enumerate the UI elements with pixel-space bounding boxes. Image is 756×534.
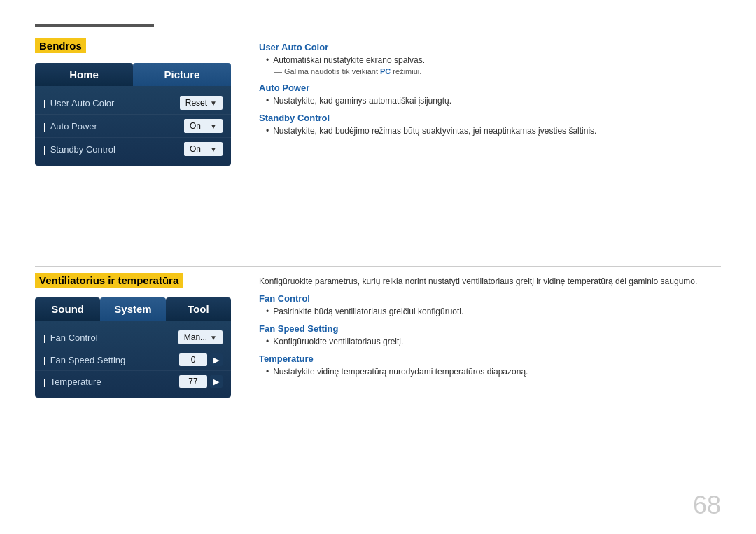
top-section: Bendros Home Picture User Auto Color Res… xyxy=(35,38,721,166)
section-divider xyxy=(35,266,721,267)
fan-speed-label: Fan Speed Setting xyxy=(43,355,179,365)
top-menu-body: User Auto Color Reset ▼ Auto Power On xyxy=(35,86,231,166)
standby-control-label: Standby Control xyxy=(43,144,184,155)
fan-control-value[interactable]: Man... ▼ xyxy=(178,330,223,344)
user-auto-color-dropdown[interactable]: Reset ▼ xyxy=(180,96,223,110)
desc-heading-standby-control: Standby Control xyxy=(259,113,721,123)
fan-speed-value[interactable]: 0 ▶ xyxy=(179,353,223,366)
top-menu-panel: Bendros Home Picture User Auto Color Res… xyxy=(35,38,231,166)
bottom-menu-body: Fan Control Man... ▼ Fan Speed Setting 0… xyxy=(35,321,231,398)
tab-system[interactable]: System xyxy=(100,297,165,321)
top-menu: Home Picture User Auto Color Reset ▼ xyxy=(35,63,231,166)
user-auto-color-value[interactable]: Reset ▼ xyxy=(180,96,223,110)
desc-heading-auto-power: Auto Power xyxy=(259,83,721,93)
auto-power-value[interactable]: On ▼ xyxy=(184,119,223,133)
dropdown-arrow-icon: ▼ xyxy=(210,146,217,153)
auto-power-label: Auto Power xyxy=(43,121,184,132)
desc-sub-user-auto-color: Galima naudotis tik veikiant PC režimiui… xyxy=(274,67,721,76)
bottom-menu-panel: Ventiliatorius ir temperatūra Sound Syst… xyxy=(35,273,231,398)
tab-tool[interactable]: Tool xyxy=(166,297,231,321)
tab-sound[interactable]: Sound xyxy=(35,297,100,321)
menu-row-standby-control: Standby Control On ▼ xyxy=(35,138,231,160)
desc-bullet-fan-speed: Konfigūruokite ventiliatoriaus greitį. xyxy=(266,337,721,346)
menu-row-temperature: Temperature 77 ▶ xyxy=(35,371,231,392)
temperature-label: Temperature xyxy=(43,377,179,387)
fan-speed-valuebox: 0 xyxy=(179,353,207,366)
auto-power-dropdown[interactable]: On ▼ xyxy=(184,119,223,133)
top-rule xyxy=(35,27,721,27)
top-menu-tabs: Home Picture xyxy=(35,63,231,86)
dropdown-arrow-icon: ▼ xyxy=(210,99,217,107)
pc-label: PC xyxy=(380,67,391,76)
menu-row-auto-power: Auto Power On ▼ xyxy=(35,115,231,138)
fan-control-dropdown[interactable]: Man... ▼ xyxy=(178,330,223,344)
standby-control-dropdown[interactable]: On ▼ xyxy=(184,142,223,156)
bottom-menu-tabs: Sound System Tool xyxy=(35,297,231,321)
desc-heading-fan-speed: Fan Speed Setting xyxy=(259,323,721,334)
top-section-title: Bendros xyxy=(35,38,86,53)
desc-bullet-user-auto-color: Automatiškai nustatykite ekrano spalvas. xyxy=(266,55,721,65)
top-description-panel: User Auto Color Automatiškai nustatykite… xyxy=(259,38,721,166)
bottom-desc-intro: Konfigūruokite parametrus, kurių reikia … xyxy=(259,276,721,286)
fan-control-label: Fan Control xyxy=(43,332,178,343)
bottom-section-title: Ventiliatorius ir temperatūra xyxy=(35,273,183,288)
tab-home[interactable]: Home xyxy=(35,63,133,86)
dropdown-arrow-icon: ▼ xyxy=(210,122,217,130)
fan-speed-arrow-btn[interactable]: ▶ xyxy=(210,353,223,366)
bottom-menu: Sound System Tool Fan Control Man... ▼ xyxy=(35,297,231,398)
bottom-description-panel: Konfigūruokite parametrus, kurių reikia … xyxy=(259,273,721,398)
dropdown-arrow-icon: ▼ xyxy=(210,334,217,342)
desc-bullet-standby-control: Nustatykite, kad budėjimo režimas būtų s… xyxy=(266,126,721,136)
desc-heading-user-auto-color: User Auto Color xyxy=(259,42,721,52)
desc-heading-fan-control: Fan Control xyxy=(259,293,721,304)
desc-bullet-auto-power: Nustatykite, kad gaminys automatiškai įs… xyxy=(266,96,721,106)
menu-row-fan-speed: Fan Speed Setting 0 ▶ xyxy=(35,349,231,371)
desc-heading-temperature: Temperature xyxy=(259,353,721,364)
bottom-section: Ventiliatorius ir temperatūra Sound Syst… xyxy=(35,273,721,398)
menu-row-user-auto-color: User Auto Color Reset ▼ xyxy=(35,92,231,115)
menu-row-fan-control: Fan Control Man... ▼ xyxy=(35,326,231,349)
temperature-value[interactable]: 77 ▶ xyxy=(179,375,223,388)
temperature-arrow-btn[interactable]: ▶ xyxy=(210,375,223,388)
desc-bullet-temperature: Nustatykite vidinę temperatūrą nurodydam… xyxy=(266,367,721,377)
standby-control-value[interactable]: On ▼ xyxy=(184,142,223,156)
temperature-valuebox: 77 xyxy=(179,375,207,388)
user-auto-color-label: User Auto Color xyxy=(43,98,180,108)
desc-bullet-fan-control: Pasirinkite būdą ventiliatoriaus greičiu… xyxy=(266,307,721,316)
tab-picture[interactable]: Picture xyxy=(133,63,231,86)
page-number: 68 xyxy=(693,491,721,520)
